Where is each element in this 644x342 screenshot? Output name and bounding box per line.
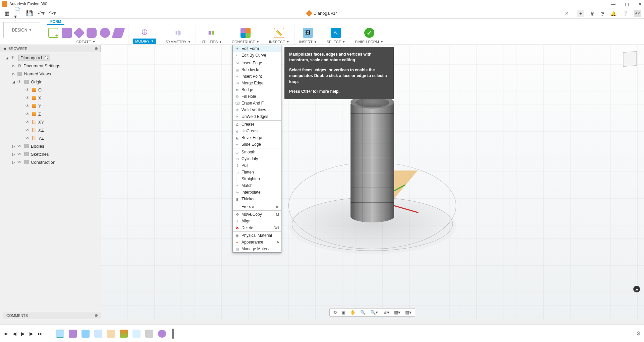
browser-node-axis-x[interactable]: 👁X [2,94,99,102]
browser-node-named-views[interactable]: ▷ Named Views [2,70,99,78]
menu-item-subdivide[interactable]: ▦Subdivide [233,66,281,73]
new-tab-button[interactable]: + [577,10,584,17]
timeline-scrubber[interactable] [172,329,174,339]
browser-node-construction[interactable]: ▷👁Construction [2,158,99,166]
zoom-tool-icon[interactable]: 🔍 [360,310,366,315]
maximize-button[interactable]: ▢ [625,2,629,7]
view-cube[interactable] [623,51,637,67]
menu-item-edit-form[interactable]: ✦Edit Form⋮ [233,45,281,52]
user-avatar[interactable]: AM [634,10,641,17]
menu-item-crease[interactable]: ∠Crease [233,121,281,128]
menu-item-merge-edge[interactable]: ⇥Merge Edge [233,80,281,86]
inspect-measure-icon[interactable]: 📏 [274,28,284,38]
browser-node-origin[interactable]: ◢👁 Origin [2,78,99,86]
menu-item-physical-material[interactable]: ◉Physical Material [233,232,281,239]
minimize-button[interactable]: — [611,2,615,7]
comments-options-icon[interactable] [95,314,98,317]
close-tab-button[interactable]: ✕ [565,11,569,16]
create-sphere-icon[interactable] [100,28,110,38]
timeline-feature-form[interactable] [69,330,77,338]
look-at-icon[interactable]: ▣ [341,310,345,315]
timeline-play-button[interactable]: ▶ [21,331,25,336]
menu-item-cylindrify[interactable]: ⬭Cylindrify [233,155,281,162]
timeline-feature[interactable] [132,330,141,338]
menu-item-unweld-edges[interactable]: ✂UnWeld Edges [233,113,281,120]
browser-node-bodies[interactable]: ▷👁Bodies [2,142,99,150]
timeline-step-forward-button[interactable]: ▶ [30,331,33,336]
help-icon[interactable]: ❔ [622,11,628,16]
undo-button[interactable]: ↶▾ [37,9,45,17]
ribbon-label-construct[interactable]: CONSTRUCT▼ [232,39,259,44]
create-plane-icon[interactable] [73,27,85,39]
timeline-feature[interactable] [145,330,153,338]
menu-item-bridge[interactable]: ⇔Bridge [233,86,281,93]
kebab-icon[interactable]: ⋮ [275,46,279,51]
ribbon-label-create[interactable]: CREATE▼ [76,39,96,44]
browser-header[interactable]: ◀ BROWSER [0,45,101,52]
close-window-button[interactable]: ✕ [638,2,642,7]
orbit-tool-icon[interactable]: ⟲ [333,310,337,315]
timeline-feature-sketch[interactable] [56,330,64,338]
browser-node-plane-xy[interactable]: 👁XY [2,118,99,126]
document-tab[interactable]: Dianoga v1* [307,11,337,16]
menu-item-manage-materials[interactable]: ▤Manage Materials [233,246,281,252]
ribbon-label-modify[interactable]: MODIFY▼ [133,39,156,44]
timeline-settings-icon[interactable]: ⚙ [636,330,641,337]
browser-options-icon[interactable] [95,47,98,50]
notifications-icon[interactable]: 🔔 [610,11,616,16]
timeline-feature[interactable] [94,330,102,338]
finish-form-icon[interactable]: ✔ [364,28,374,38]
save-button[interactable]: 💾 [25,9,34,17]
create-quadball-icon[interactable] [112,28,125,38]
activate-component-icon[interactable] [45,56,48,59]
ribbon-label-inspect[interactable]: INSPECT▼ [269,39,289,44]
menu-item-smooth[interactable]: ◡Smooth [233,149,281,155]
menu-item-erase-and-fill[interactable]: ⌫Erase And Fill [233,100,281,107]
timeline-feature[interactable] [82,330,90,338]
menu-item-weld-vertices[interactable]: ✶Weld Vertices [233,107,281,113]
menu-item-uncrease[interactable]: ∡UnCrease [233,128,281,134]
zoom-window-icon[interactable]: 🔍▾ [370,310,378,315]
collapse-icon[interactable]: ◢ [5,56,9,60]
grid-settings-icon[interactable]: ▦▾ [394,310,400,315]
ribbon-label-select[interactable]: SELECT▼ [327,39,345,44]
pan-tool-icon[interactable]: ✋ [350,310,356,315]
menu-item-delete[interactable]: ✖DeleteDel [233,224,281,231]
comments-panel-header[interactable]: COMMENTS [3,312,101,319]
timeline-go-end-button[interactable]: ⏭ [38,331,43,336]
viewport-layout-icon[interactable]: ▧▾ [405,310,412,315]
job-status-icon[interactable]: ◔ [600,11,604,16]
tform-cylinder-body[interactable] [351,98,394,222]
browser-collapse-icon[interactable]: ◀ [3,47,6,51]
timeline-feature[interactable] [120,330,128,338]
extensions-icon[interactable]: ◉ [590,11,594,16]
redo-button[interactable]: ↷▾ [48,9,56,17]
create-box-icon[interactable] [62,28,72,38]
ribbon-label-symmetry[interactable]: SYMMETRY▼ [166,39,191,44]
insert-decal-icon[interactable]: 🖼 [303,28,313,38]
menu-item-move-copy[interactable]: ✥Move/CopyM [233,211,281,218]
menu-item-straighten[interactable]: │Straighten [233,176,281,182]
edit-form-icon[interactable] [140,27,150,37]
menu-item-pull[interactable]: ⇕Pull [233,162,281,169]
ribbon-label-insert[interactable]: INSERT▼ [299,39,317,44]
ribbon-label-utilities[interactable]: UTILITIES▼ [201,39,222,44]
menu-item-interpolate[interactable]: ∿Interpolate [233,189,281,196]
browser-node-plane-xz[interactable]: 👁XZ [2,126,99,134]
browser-node-doc-settings[interactable]: ▷ ⚙ Document Settings [2,62,99,70]
feedback-icon[interactable]: ☁ [633,286,640,292]
menu-item-insert-edge[interactable]: ⇲Insert Edge [233,60,281,66]
file-menu-button[interactable]: 📄▾ [14,9,22,17]
visibility-toggle-icon[interactable]: 👁 [11,55,15,60]
menu-item-appearance[interactable]: ●AppearanceA [233,239,281,246]
menu-item-slide-edge[interactable]: ↔Slide Edge [233,141,281,148]
timeline-step-back-button[interactable]: ◀ [13,331,16,336]
menu-item-match[interactable]: ≈Match [233,182,281,189]
expand-icon[interactable]: ▷ [12,64,15,68]
create-cylinder-icon[interactable] [87,28,97,38]
timeline-go-start-button[interactable]: ⏮ [3,331,8,336]
menu-item-freeze[interactable]: Freeze▶ [233,203,281,210]
timeline-feature[interactable] [107,330,115,338]
workspace-switcher[interactable]: DESIGN▼ [3,22,40,38]
display-settings-icon[interactable]: 🖥▾ [383,310,389,315]
